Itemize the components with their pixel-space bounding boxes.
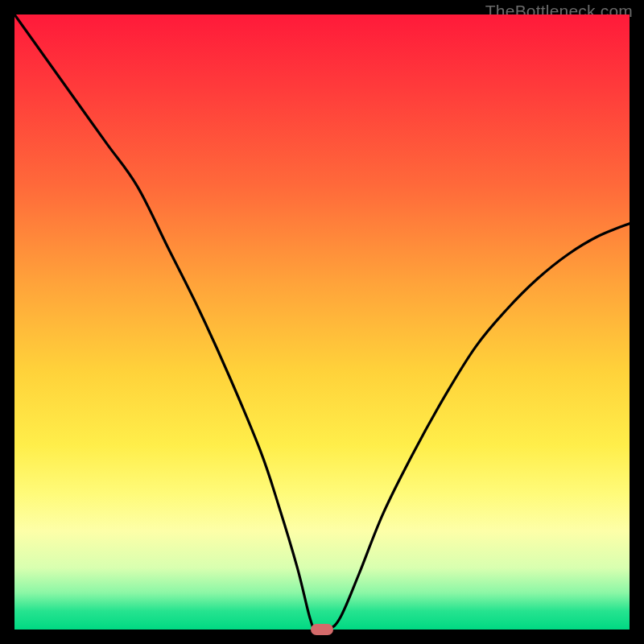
- chart-frame: TheBottleneck.com: [0, 0, 644, 644]
- plot-area: [14, 14, 630, 630]
- optimal-marker: [311, 624, 333, 635]
- bottleneck-curve: [14, 14, 630, 630]
